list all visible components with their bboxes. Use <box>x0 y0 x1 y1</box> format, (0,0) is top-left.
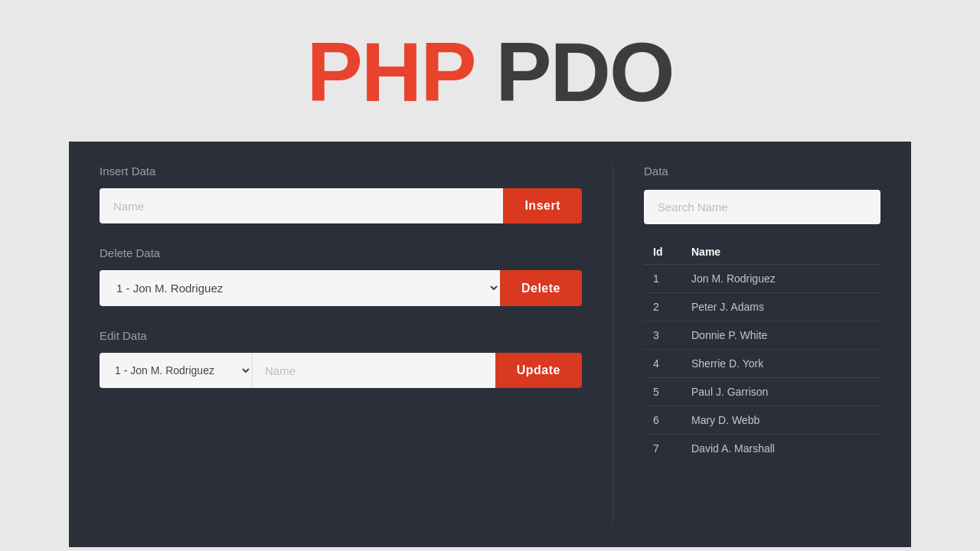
data-section-label: Data <box>644 165 880 178</box>
table-row: 1Jon M. Rodriguez <box>644 265 880 293</box>
cell-id: 3 <box>644 321 682 350</box>
insert-section-label: Insert Data <box>100 165 582 178</box>
cell-name: Paul J. Garrison <box>682 378 880 406</box>
edit-section-label: Edit Data <box>100 329 582 342</box>
table-body: 1Jon M. Rodriguez2Peter J. Adams3Donnie … <box>644 265 880 463</box>
pdo-text: PDO <box>495 24 673 119</box>
edit-select[interactable]: 1 - Jon M. Rodriguez2 - Peter J. Adams3 … <box>100 353 253 388</box>
search-input[interactable] <box>644 190 880 224</box>
cell-id: 6 <box>644 406 682 435</box>
cell-id: 1 <box>644 265 682 293</box>
cell-name: Peter J. Adams <box>682 293 880 321</box>
delete-row: 1 - Jon M. Rodriguez2 - Peter J. Adams3 … <box>100 270 582 306</box>
col-header-id: Id <box>644 240 682 265</box>
cell-id: 4 <box>644 350 682 378</box>
insert-name-input[interactable] <box>100 188 503 223</box>
delete-section: Delete Data 1 - Jon M. Rodriguez2 - Pete… <box>100 246 582 306</box>
cell-name: Jon M. Rodriguez <box>682 265 880 293</box>
delete-select[interactable]: 1 - Jon M. Rodriguez2 - Peter J. Adams3 … <box>100 270 500 306</box>
left-panel: Insert Data Insert Delete Data 1 - Jon M… <box>100 165 582 524</box>
cell-id: 5 <box>644 378 682 406</box>
header-title: PHP PDO <box>306 30 673 114</box>
edit-name-input[interactable] <box>253 353 495 388</box>
cell-id: 7 <box>644 435 682 463</box>
table-row: 2Peter J. Adams <box>644 293 880 321</box>
table-row: 6Mary D. Webb <box>644 406 880 435</box>
table-row: 4Sherrie D. York <box>644 350 880 378</box>
php-text: PHP <box>306 24 473 119</box>
insert-button[interactable]: Insert <box>503 188 582 223</box>
cell-id: 2 <box>644 293 682 321</box>
cell-name: David A. Marshall <box>682 435 880 463</box>
delete-button[interactable]: Delete <box>500 270 582 306</box>
right-panel: Data Id Name 1Jon M. Rodriguez2Peter J. … <box>612 165 880 524</box>
main-panel: Insert Data Insert Delete Data 1 - Jon M… <box>69 142 911 547</box>
table-header: Id Name <box>644 240 880 265</box>
table-row: 5Paul J. Garrison <box>644 378 880 406</box>
edit-section: Edit Data 1 - Jon M. Rodriguez2 - Peter … <box>100 329 582 388</box>
cell-name: Donnie P. White <box>682 321 880 350</box>
cell-name: Mary D. Webb <box>682 406 880 435</box>
delete-section-label: Delete Data <box>100 246 582 259</box>
table-row: 7David A. Marshall <box>644 435 880 463</box>
insert-section: Insert Data Insert <box>100 165 582 223</box>
header: PHP PDO <box>0 0 980 142</box>
cell-name: Sherrie D. York <box>682 350 880 378</box>
table-row: 3Donnie P. White <box>644 321 880 350</box>
data-table: Id Name 1Jon M. Rodriguez2Peter J. Adams… <box>644 240 880 462</box>
edit-row: 1 - Jon M. Rodriguez2 - Peter J. Adams3 … <box>100 353 582 388</box>
col-header-name: Name <box>682 240 880 265</box>
update-button[interactable]: Update <box>495 353 582 388</box>
insert-row: Insert <box>100 188 582 223</box>
